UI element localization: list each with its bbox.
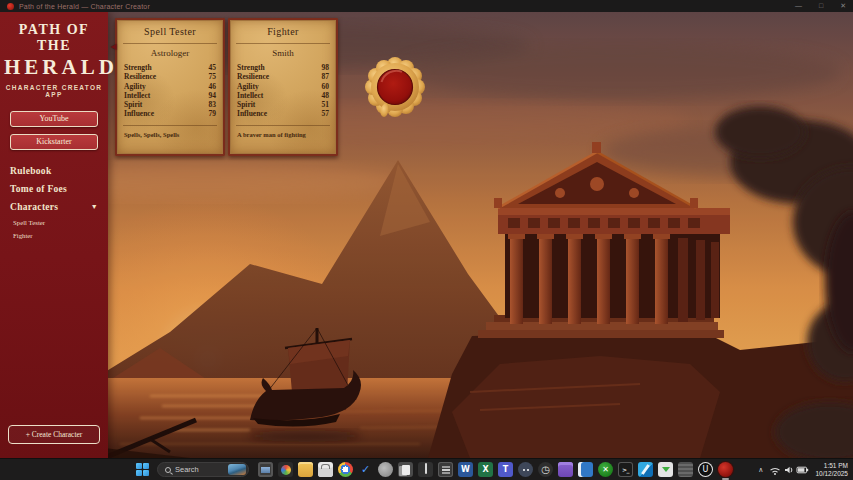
stat-value: 51 (322, 100, 330, 109)
tray-clock[interactable]: 1:51 PM 10/12/2025 (815, 462, 848, 478)
youtube-button[interactable]: YouTube (10, 111, 98, 127)
start-button[interactable] (136, 463, 150, 477)
stat-row: Influence57 (230, 109, 336, 118)
search-input[interactable]: Search (157, 462, 249, 477)
search-icon (165, 467, 171, 473)
stat-row: Agility46 (117, 82, 223, 91)
wax-seal-button[interactable] (364, 57, 426, 123)
stat-label: Spirit (124, 100, 142, 109)
stat-label: Influence (124, 109, 154, 118)
stat-row: Agility60 (230, 82, 336, 91)
volume-icon (785, 467, 792, 473)
notebook-icon[interactable] (578, 462, 593, 477)
window-titlebar: Path of the Herald — Character Creator —… (0, 0, 853, 12)
card-title: Spell Tester (117, 20, 223, 38)
pin-icon[interactable] (418, 462, 433, 477)
character-card-fighter[interactable]: Fighter Smith Strength98Resilience87Agil… (228, 18, 338, 156)
stat-label: Influence (237, 109, 267, 118)
sidebar-item-characters[interactable]: Characters ▼ (0, 198, 108, 216)
minimize-button[interactable]: — (795, 0, 802, 12)
file-explorer-icon[interactable] (298, 462, 313, 477)
stat-row: Spirit51 (230, 100, 336, 109)
stat-value: 83 (209, 100, 217, 109)
herald-app-icon[interactable] (718, 462, 733, 477)
stat-label: Agility (124, 82, 146, 91)
tray-status-icons[interactable] (769, 464, 809, 476)
stat-row: Intellect48 (230, 91, 336, 100)
stat-value: 75 (209, 72, 217, 81)
card-divider (123, 43, 217, 44)
xbox-icon[interactable]: ✕ (598, 462, 613, 477)
stat-value: 60 (322, 82, 330, 91)
stat-value: 45 (209, 63, 217, 72)
sidebar-item-characters-label: Characters (10, 202, 58, 212)
app-main-area: Spell Tester Astrologer Strength45Resili… (0, 12, 853, 458)
stat-row: Strength45 (117, 63, 223, 72)
stat-value: 46 (209, 82, 217, 91)
stat-row: Spirit83 (117, 100, 223, 109)
clock-app-icon[interactable]: ◷ (538, 462, 553, 477)
tray-time: 1:51 PM (815, 462, 848, 470)
wallet-icon[interactable] (558, 462, 573, 477)
discord-icon[interactable] (518, 462, 533, 477)
todo-check-icon[interactable]: ✓ (358, 462, 373, 477)
notepad-icon[interactable] (678, 462, 693, 477)
terminal-icon[interactable]: >_ (618, 462, 633, 477)
character-card-spell-tester[interactable]: Spell Tester Astrologer Strength45Resili… (115, 18, 225, 156)
unreal-icon[interactable]: U (698, 462, 713, 477)
stat-label: Strength (124, 63, 152, 72)
stat-label: Intellect (237, 91, 263, 100)
stat-label: Spirit (237, 100, 255, 109)
kickstarter-button[interactable]: Kickstarter (10, 134, 98, 150)
system-tray: ∧ 1:51 PM 10/12/2025 (758, 459, 848, 480)
app-title-line2: HERALD (4, 55, 104, 80)
sidebar-nav: Rulebook Tome of Foes Characters ▼ Spell… (0, 162, 108, 242)
create-character-button[interactable]: + Create Character (8, 425, 100, 444)
app-title-line1: PATH OF THE (4, 22, 104, 54)
chrome-icon[interactable] (338, 462, 353, 477)
card-subtitle: Smith (230, 48, 336, 58)
stat-label: Resilience (124, 72, 156, 81)
taskbar: Search ✓WXT◷✕>_U ∧ (0, 458, 853, 480)
stat-row: Resilience75 (117, 72, 223, 81)
search-highlights-icon (228, 464, 246, 475)
cards-icon[interactable] (398, 462, 413, 477)
stat-label: Intellect (124, 91, 150, 100)
store-icon[interactable] (318, 462, 333, 477)
stat-list: Strength98Resilience87Agility60Intellect… (230, 63, 336, 119)
maximize-button[interactable]: □ (819, 0, 823, 12)
wax-seal-icon (364, 57, 426, 123)
card-description: A braver man of fighting (230, 126, 336, 138)
installer-icon[interactable] (658, 462, 673, 477)
stat-list: Strength45Resilience75Agility46Intellect… (117, 63, 223, 119)
window-title: Path of the Herald — Character Creator (19, 3, 150, 10)
app-logo-icon (7, 3, 14, 10)
search-label: Search (175, 465, 224, 474)
sidebar-item-fighter[interactable]: Fighter (0, 229, 108, 242)
steam-icon[interactable] (378, 462, 393, 477)
card-divider (236, 43, 330, 44)
word-icon[interactable]: W (458, 462, 473, 477)
sidebar-item-rulebook[interactable]: Rulebook (0, 162, 108, 180)
card-description: Spells, Spells, Spells (117, 126, 223, 138)
vscode-icon[interactable] (638, 462, 653, 477)
photos-icon[interactable] (278, 462, 293, 477)
sidebar: PATH OF THE HERALD CHARACTER CREATOR APP… (0, 12, 108, 458)
taskbar-app-icons: ✓WXT◷✕>_U (258, 462, 733, 477)
stat-row: Influence79 (117, 109, 223, 118)
sidebar-collapse-icon[interactable]: ◀ (108, 38, 119, 54)
teams-icon[interactable]: T (498, 462, 513, 477)
desktop-screen: Path of the Herald — Character Creator —… (0, 0, 853, 480)
card-subtitle: Astrologer (117, 48, 223, 58)
sidebar-item-spell-tester[interactable]: Spell Tester (0, 216, 108, 229)
chevron-down-icon: ▼ (91, 203, 98, 211)
desktop-icon[interactable] (258, 462, 273, 477)
badge-icon[interactable] (438, 462, 453, 477)
sidebar-item-tome-of-foes[interactable]: Tome of Foes (0, 180, 108, 198)
close-button[interactable]: ✕ (840, 0, 846, 12)
tray-chevron-up-icon[interactable]: ∧ (758, 466, 763, 474)
stat-label: Resilience (237, 72, 269, 81)
app-title: PATH OF THE HERALD (0, 12, 108, 80)
stat-label: Agility (237, 82, 259, 91)
excel-icon[interactable]: X (478, 462, 493, 477)
